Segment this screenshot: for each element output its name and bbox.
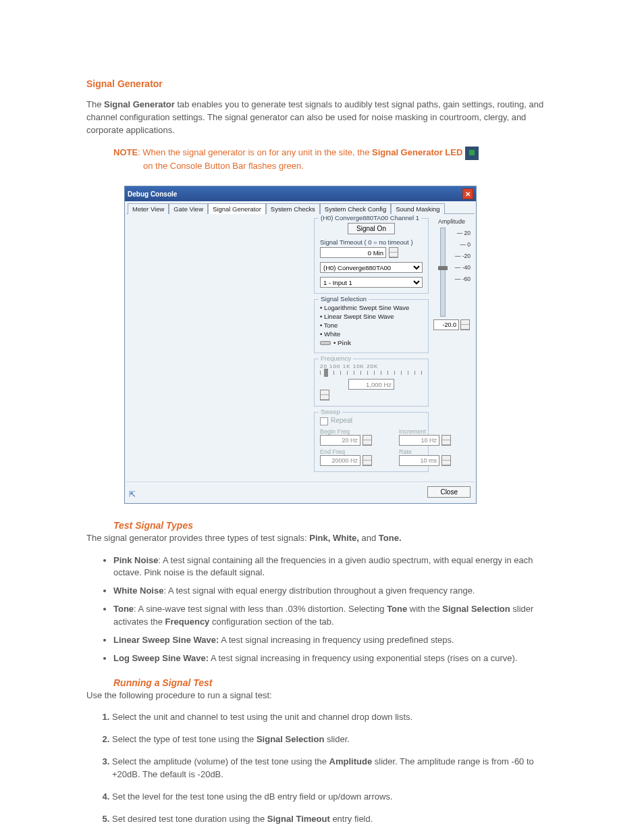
debug-console-title: Debug Console [128, 190, 177, 198]
rate-input[interactable] [399, 455, 439, 466]
unit-channel-label: (H0) Converge880TA00 Channel 1 [319, 214, 421, 221]
note-text-2: on the Console Button Bar flashes green. [143, 161, 304, 171]
pin-icon[interactable]: ⇱ [129, 490, 136, 499]
tab-signal-generator[interactable]: Signal Generator [208, 203, 266, 214]
amplitude-input[interactable] [433, 319, 459, 330]
signal-on-button[interactable]: Signal On [348, 223, 395, 234]
debug-console-titlebar: Debug Console ✕ [125, 186, 476, 201]
tab-gate-view[interactable]: Gate View [169, 203, 208, 214]
amplitude-slider[interactable] [440, 228, 446, 317]
list-item: Pink Noise: A test signal containing all… [113, 554, 558, 580]
sig-opt-log[interactable]: • Logarithmic Swept Sine Wave [320, 304, 423, 313]
begin-freq-label: Begin Freq [320, 428, 372, 435]
frequency-scale: 20 100 1K 10K 20K [320, 363, 423, 369]
repeat-checkbox[interactable]: Repeat [320, 417, 423, 425]
increment-input[interactable] [399, 435, 439, 446]
amplitude-spinner[interactable] [460, 319, 470, 330]
timeout-label: Signal Timeout ( 0 = no timeout ) [320, 238, 423, 246]
channel-select[interactable]: 1 - Input 1 [320, 277, 423, 288]
sig-opt-white[interactable]: • White [320, 330, 423, 339]
tab-system-checks[interactable]: System Checks [266, 203, 320, 214]
run-intro: Use the following procedure to run a sig… [86, 689, 558, 702]
signal-generator-led-icon [465, 147, 479, 160]
begin-freq-input[interactable] [320, 435, 360, 446]
sig-opt-pink[interactable]: • Pink [320, 339, 423, 348]
end-freq-input[interactable] [320, 455, 360, 466]
list-item: Select the amplitude (volume) of the tes… [112, 756, 558, 781]
end-freq-label: End Freq [320, 448, 372, 455]
debug-console-tabs: Meter View Gate View Signal Generator Sy… [126, 203, 475, 214]
procedure-list: Select the unit and channel to test usin… [101, 711, 558, 834]
sweep-group: Sweep Repeat Begin Freq Increment [314, 412, 429, 471]
end-freq-spinner[interactable] [363, 455, 372, 466]
close-button[interactable]: Close [427, 486, 471, 498]
note-label: NOTE [113, 147, 138, 157]
tab-meter-view[interactable]: Meter View [128, 203, 169, 214]
list-item: Select the unit and channel to test usin… [112, 711, 558, 724]
debug-console-window: Debug Console ✕ Meter View Gate View Sig… [124, 186, 477, 503]
tab-sound-masking[interactable]: Sound Masking [391, 203, 444, 214]
list-item: Linear Sweep Sine Wave: A test signal in… [113, 634, 558, 647]
frequency-title: Frequency [319, 355, 353, 362]
rate-spinner[interactable] [441, 455, 451, 466]
test-signal-types-head: Test Signal Types [113, 520, 558, 531]
list-item: Tone: A sine-wave test signal with less … [113, 603, 558, 629]
section-title: Signal Generator [86, 78, 558, 89]
signal-selection-group: Signal Selection • Logarithmic Swept Sin… [314, 299, 429, 353]
timeout-input[interactable] [320, 247, 386, 258]
unit-select[interactable]: (H0) Converge880TA00 [320, 262, 423, 273]
frequency-group: Frequency 20 100 1K 10K 20K [314, 359, 429, 407]
frequency-slider[interactable] [320, 371, 423, 375]
list-item: Select the type of test tone using the S… [112, 733, 558, 746]
rate-label: Rate [399, 448, 451, 455]
amplitude-title: Amplitude [433, 218, 471, 225]
list-item: Set desired test tone duration using the… [112, 813, 558, 826]
tab-system-check-config[interactable]: System Check Config [320, 203, 391, 214]
note-text-1: : When the signal generator is on for an… [138, 147, 372, 157]
running-signal-test-head: Running a Signal Test [113, 677, 558, 688]
signal-selection-title: Signal Selection [319, 295, 369, 303]
amplitude-scale: — 20 — 0 — -20 — -40 — -60 [455, 228, 471, 319]
sig-opt-linear[interactable]: • Linear Swept Sine Wave [320, 313, 423, 321]
frequency-input[interactable] [348, 379, 394, 390]
list-item: Log Sweep Sine Wave: A test signal incre… [113, 652, 558, 665]
note-block: NOTE: When the signal generator is on fo… [113, 147, 558, 173]
close-icon[interactable]: ✕ [462, 188, 473, 199]
tst-intro: The signal generator provides three type… [86, 532, 558, 545]
increment-label: Increment [399, 428, 451, 435]
list-item: White Noise: A test signal with equal en… [113, 585, 558, 598]
unit-channel-group: (H0) Converge880TA00 Channel 1 Signal On… [314, 218, 429, 294]
intro-paragraph: The Signal Generator tab enables you to … [86, 99, 558, 137]
sweep-title: Sweep [319, 408, 342, 415]
timeout-spinner[interactable] [389, 247, 398, 258]
increment-spinner[interactable] [441, 435, 451, 446]
sig-opt-tone[interactable]: • Tone [320, 321, 423, 330]
sg-led-text: Signal Generator LED [372, 147, 462, 157]
frequency-spinner[interactable] [320, 390, 329, 400]
begin-freq-spinner[interactable] [363, 435, 372, 446]
signal-type-list: Pink Noise: A test signal containing all… [105, 554, 558, 665]
list-item: Set the level for the test tone using th… [112, 791, 558, 804]
